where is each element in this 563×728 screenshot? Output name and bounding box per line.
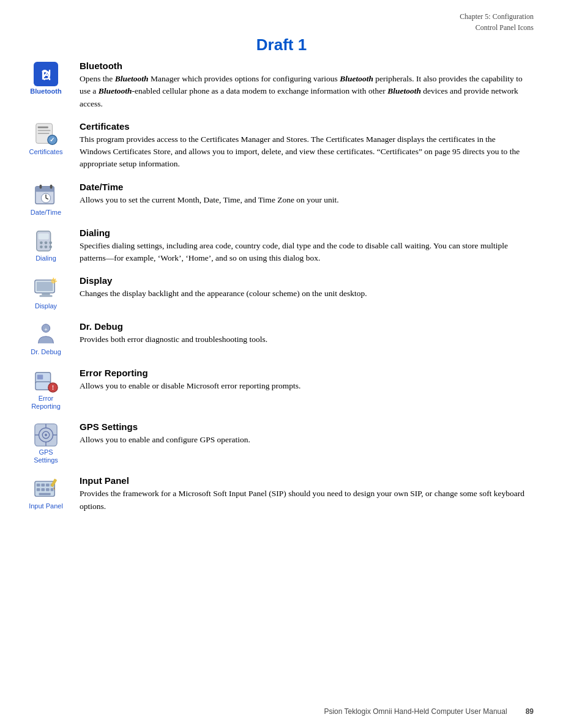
display-label: Display <box>35 302 57 310</box>
errorreporting-body: Allows you to enable or disable Microsof… <box>80 380 526 392</box>
entry-errorreporting: ! Error Reporting Error Reporting Allows… <box>18 368 526 410</box>
svg-point-24 <box>49 245 52 248</box>
datetime-body: Allows you to set the current Month, Dat… <box>80 194 526 206</box>
svg-rect-57 <box>39 493 51 496</box>
svg-text:+: + <box>44 327 47 333</box>
bluetooth-label: Bluetooth <box>30 87 61 95</box>
text-col-drdebug: Dr. Debug Provides both error diagnostic… <box>80 321 526 346</box>
svg-rect-26 <box>37 282 53 291</box>
bluetooth-body: Opens the Bluetooth Manager which provid… <box>80 73 526 110</box>
certificates-body: This program provides access to the Cert… <box>80 133 526 171</box>
footer-text: Psion Teklogix Omnii Hand-Held Computer … <box>324 707 507 716</box>
drdebug-label: Dr. Debug <box>31 348 61 356</box>
errorreporting-label: Error Reporting <box>31 395 61 410</box>
entry-bluetooth: B ⁈ Bluetooth Bluetooth Opens the Blueto… <box>18 61 526 110</box>
svg-rect-54 <box>41 488 45 491</box>
inputpanel-title: Input Panel <box>80 475 526 486</box>
header-line1: Chapter 5: Configuration <box>29 11 534 22</box>
svg-point-19 <box>40 241 43 244</box>
dialing-body: Specifies dialing settings, including ar… <box>80 240 526 265</box>
icon-col-bluetooth: B ⁈ Bluetooth <box>18 61 73 95</box>
text-col-inputpanel: Input Panel Provides the framework for a… <box>80 475 526 513</box>
svg-rect-11 <box>35 190 54 191</box>
bluetooth-icon: B ⁈ <box>34 62 58 86</box>
page-header: Chapter 5: Configuration Control Panel I… <box>0 0 563 35</box>
entry-drdebug: + Dr. Debug Dr. Debug Provides both erro… <box>18 321 526 356</box>
svg-rect-27 <box>42 293 50 295</box>
svg-rect-56 <box>51 488 54 491</box>
dialing-icon <box>34 229 58 253</box>
svg-rect-49 <box>37 484 40 487</box>
display-body: Changes the display backlight and the ap… <box>80 288 526 300</box>
svg-rect-5 <box>38 130 51 131</box>
svg-point-22 <box>40 245 43 248</box>
svg-rect-55 <box>46 488 50 491</box>
gpssettings-label: GPS Settings <box>34 448 58 464</box>
entry-certificates: ✓ Certificates Certificates This program… <box>18 121 526 171</box>
svg-rect-36 <box>37 374 43 379</box>
certificates-icon: ✓ <box>34 122 58 147</box>
drdebug-title: Dr. Debug <box>80 321 526 332</box>
datetime-label: Date/Time <box>31 209 61 217</box>
icon-col-inputpanel: Input Panel <box>18 475 73 510</box>
text-col-datetime: Date/Time Allows you to set the current … <box>80 182 526 206</box>
footer-page: 89 <box>526 707 534 716</box>
gpssettings-icon <box>34 423 58 447</box>
svg-rect-4 <box>38 126 48 128</box>
datetime-title: Date/Time <box>80 182 526 192</box>
text-col-certificates: Certificates This program provides acces… <box>80 121 526 171</box>
drdebug-icon: + <box>34 322 58 347</box>
text-col-errorreporting: Error Reporting Allows you to enable or … <box>80 368 526 392</box>
draft-title: Draft 1 <box>0 35 563 54</box>
icon-col-gpssettings: GPS Settings <box>18 422 73 464</box>
entry-datetime: Date/Time Date/Time Allows you to set th… <box>18 182 526 217</box>
certificates-label: Certificates <box>29 148 62 156</box>
icon-col-errorreporting: ! Error Reporting <box>18 368 73 410</box>
dialing-title: Dialing <box>80 228 526 238</box>
svg-rect-16 <box>50 184 53 188</box>
inputpanel-icon <box>34 477 58 501</box>
entry-display: Display Display Changes the display back… <box>18 275 526 310</box>
icon-col-display: Display <box>18 275 73 310</box>
text-col-display: Display Changes the display backlight an… <box>80 275 526 300</box>
icon-col-certificates: ✓ Certificates <box>18 121 73 156</box>
inputpanel-label: Input Panel <box>29 502 63 510</box>
display-title: Display <box>80 275 526 286</box>
gpssettings-body: Allows you to enable and configure GPS o… <box>80 434 526 446</box>
entry-gpssettings: GPS Settings GPS Settings Allows you to … <box>18 422 526 464</box>
entry-inputpanel: Input Panel Input Panel Provides the fra… <box>18 475 526 513</box>
text-col-gpssettings: GPS Settings Allows you to enable and co… <box>80 422 526 446</box>
icon-col-dialing: Dialing <box>18 228 73 262</box>
certificates-title: Certificates <box>80 121 526 132</box>
svg-text:✓: ✓ <box>50 137 54 143</box>
svg-point-43 <box>45 434 47 436</box>
svg-text:⁈: ⁈ <box>41 67 51 83</box>
entry-dialing: Dialing Dialing Specifies dialing settin… <box>18 228 526 265</box>
main-content: B ⁈ Bluetooth Bluetooth Opens the Blueto… <box>0 61 563 548</box>
bluetooth-title: Bluetooth <box>80 61 526 71</box>
svg-rect-18 <box>39 233 49 239</box>
datetime-icon <box>34 183 58 207</box>
drdebug-body: Provides both error diagnostic and troub… <box>80 333 526 346</box>
gpssettings-title: GPS Settings <box>80 422 526 432</box>
svg-rect-51 <box>46 484 50 487</box>
svg-rect-6 <box>38 133 50 134</box>
display-icon <box>34 277 58 301</box>
icon-col-datetime: Date/Time <box>18 182 73 217</box>
svg-rect-15 <box>40 184 42 188</box>
page-footer: Psion Teklogix Omnii Hand-Held Computer … <box>0 707 563 716</box>
svg-line-31 <box>54 279 56 280</box>
svg-point-21 <box>49 241 52 244</box>
svg-point-23 <box>45 245 48 248</box>
text-col-dialing: Dialing Specifies dialing settings, incl… <box>80 228 526 265</box>
svg-rect-53 <box>37 488 40 491</box>
svg-point-20 <box>45 241 48 244</box>
header-line2: Control Panel Icons <box>29 22 534 33</box>
svg-rect-50 <box>41 484 45 487</box>
text-col-bluetooth: Bluetooth Opens the Bluetooth Manager wh… <box>80 61 526 110</box>
inputpanel-body: Provides the framework for a Microsoft S… <box>80 488 526 513</box>
dialing-label: Dialing <box>35 254 56 262</box>
errorreporting-title: Error Reporting <box>80 368 526 378</box>
icon-col-drdebug: + Dr. Debug <box>18 321 73 356</box>
svg-rect-28 <box>40 295 53 297</box>
